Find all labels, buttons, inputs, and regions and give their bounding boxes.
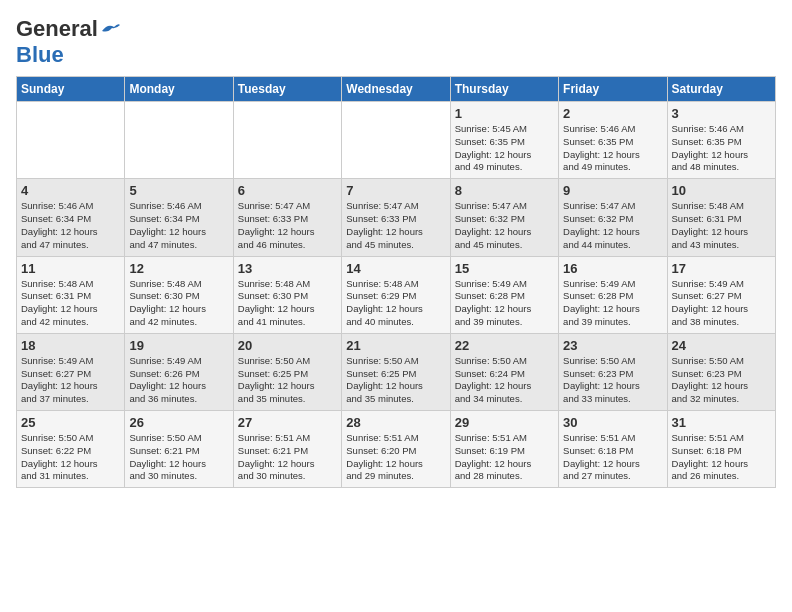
header-day-monday: Monday — [125, 77, 233, 102]
calendar-table: SundayMondayTuesdayWednesdayThursdayFrid… — [16, 76, 776, 488]
day-detail: Sunrise: 5:49 AM Sunset: 6:27 PM Dayligh… — [21, 355, 120, 406]
day-detail: Sunrise: 5:48 AM Sunset: 6:29 PM Dayligh… — [346, 278, 445, 329]
day-detail: Sunrise: 5:46 AM Sunset: 6:34 PM Dayligh… — [21, 200, 120, 251]
day-detail: Sunrise: 5:51 AM Sunset: 6:18 PM Dayligh… — [672, 432, 771, 483]
calendar-cell — [125, 102, 233, 179]
day-number: 16 — [563, 261, 662, 276]
day-number: 18 — [21, 338, 120, 353]
calendar-cell: 27Sunrise: 5:51 AM Sunset: 6:21 PM Dayli… — [233, 411, 341, 488]
day-number: 15 — [455, 261, 554, 276]
calendar-body: 1Sunrise: 5:45 AM Sunset: 6:35 PM Daylig… — [17, 102, 776, 488]
logo-bird-icon — [100, 21, 122, 39]
calendar-cell: 31Sunrise: 5:51 AM Sunset: 6:18 PM Dayli… — [667, 411, 775, 488]
day-number: 10 — [672, 183, 771, 198]
header-row: SundayMondayTuesdayWednesdayThursdayFrid… — [17, 77, 776, 102]
calendar-cell: 15Sunrise: 5:49 AM Sunset: 6:28 PM Dayli… — [450, 256, 558, 333]
day-number: 9 — [563, 183, 662, 198]
day-number: 11 — [21, 261, 120, 276]
calendar-cell: 17Sunrise: 5:49 AM Sunset: 6:27 PM Dayli… — [667, 256, 775, 333]
day-detail: Sunrise: 5:46 AM Sunset: 6:35 PM Dayligh… — [672, 123, 771, 174]
day-detail: Sunrise: 5:50 AM Sunset: 6:25 PM Dayligh… — [346, 355, 445, 406]
calendar-cell: 26Sunrise: 5:50 AM Sunset: 6:21 PM Dayli… — [125, 411, 233, 488]
header-day-wednesday: Wednesday — [342, 77, 450, 102]
header-day-saturday: Saturday — [667, 77, 775, 102]
calendar-cell: 22Sunrise: 5:50 AM Sunset: 6:24 PM Dayli… — [450, 333, 558, 410]
day-number: 23 — [563, 338, 662, 353]
day-detail: Sunrise: 5:46 AM Sunset: 6:35 PM Dayligh… — [563, 123, 662, 174]
day-detail: Sunrise: 5:49 AM Sunset: 6:26 PM Dayligh… — [129, 355, 228, 406]
day-detail: Sunrise: 5:48 AM Sunset: 6:30 PM Dayligh… — [238, 278, 337, 329]
calendar-cell: 23Sunrise: 5:50 AM Sunset: 6:23 PM Dayli… — [559, 333, 667, 410]
day-number: 8 — [455, 183, 554, 198]
calendar-cell: 7Sunrise: 5:47 AM Sunset: 6:33 PM Daylig… — [342, 179, 450, 256]
calendar-cell: 19Sunrise: 5:49 AM Sunset: 6:26 PM Dayli… — [125, 333, 233, 410]
day-number: 31 — [672, 415, 771, 430]
calendar-cell: 20Sunrise: 5:50 AM Sunset: 6:25 PM Dayli… — [233, 333, 341, 410]
day-detail: Sunrise: 5:47 AM Sunset: 6:33 PM Dayligh… — [346, 200, 445, 251]
day-number: 21 — [346, 338, 445, 353]
day-number: 30 — [563, 415, 662, 430]
day-detail: Sunrise: 5:46 AM Sunset: 6:34 PM Dayligh… — [129, 200, 228, 251]
calendar-cell: 25Sunrise: 5:50 AM Sunset: 6:22 PM Dayli… — [17, 411, 125, 488]
calendar-cell — [17, 102, 125, 179]
day-number: 24 — [672, 338, 771, 353]
header-day-friday: Friday — [559, 77, 667, 102]
day-detail: Sunrise: 5:48 AM Sunset: 6:31 PM Dayligh… — [672, 200, 771, 251]
calendar-cell — [233, 102, 341, 179]
calendar-cell: 9Sunrise: 5:47 AM Sunset: 6:32 PM Daylig… — [559, 179, 667, 256]
day-number: 28 — [346, 415, 445, 430]
day-detail: Sunrise: 5:50 AM Sunset: 6:25 PM Dayligh… — [238, 355, 337, 406]
day-detail: Sunrise: 5:45 AM Sunset: 6:35 PM Dayligh… — [455, 123, 554, 174]
day-number: 1 — [455, 106, 554, 121]
day-number: 29 — [455, 415, 554, 430]
day-detail: Sunrise: 5:51 AM Sunset: 6:20 PM Dayligh… — [346, 432, 445, 483]
calendar-cell: 16Sunrise: 5:49 AM Sunset: 6:28 PM Dayli… — [559, 256, 667, 333]
day-number: 12 — [129, 261, 228, 276]
header-day-thursday: Thursday — [450, 77, 558, 102]
calendar-cell: 28Sunrise: 5:51 AM Sunset: 6:20 PM Dayli… — [342, 411, 450, 488]
day-number: 22 — [455, 338, 554, 353]
calendar-cell: 5Sunrise: 5:46 AM Sunset: 6:34 PM Daylig… — [125, 179, 233, 256]
calendar-cell: 10Sunrise: 5:48 AM Sunset: 6:31 PM Dayli… — [667, 179, 775, 256]
page-header: General Blue — [16, 16, 776, 68]
calendar-cell: 4Sunrise: 5:46 AM Sunset: 6:34 PM Daylig… — [17, 179, 125, 256]
logo-blue: Blue — [16, 42, 64, 68]
calendar-cell: 30Sunrise: 5:51 AM Sunset: 6:18 PM Dayli… — [559, 411, 667, 488]
day-detail: Sunrise: 5:49 AM Sunset: 6:28 PM Dayligh… — [563, 278, 662, 329]
calendar-cell: 3Sunrise: 5:46 AM Sunset: 6:35 PM Daylig… — [667, 102, 775, 179]
calendar-cell: 1Sunrise: 5:45 AM Sunset: 6:35 PM Daylig… — [450, 102, 558, 179]
calendar-cell: 12Sunrise: 5:48 AM Sunset: 6:30 PM Dayli… — [125, 256, 233, 333]
day-number: 17 — [672, 261, 771, 276]
day-detail: Sunrise: 5:48 AM Sunset: 6:31 PM Dayligh… — [21, 278, 120, 329]
day-number: 26 — [129, 415, 228, 430]
day-number: 14 — [346, 261, 445, 276]
day-detail: Sunrise: 5:49 AM Sunset: 6:28 PM Dayligh… — [455, 278, 554, 329]
calendar-week-4: 18Sunrise: 5:49 AM Sunset: 6:27 PM Dayli… — [17, 333, 776, 410]
header-day-tuesday: Tuesday — [233, 77, 341, 102]
calendar-week-1: 1Sunrise: 5:45 AM Sunset: 6:35 PM Daylig… — [17, 102, 776, 179]
day-detail: Sunrise: 5:50 AM Sunset: 6:22 PM Dayligh… — [21, 432, 120, 483]
calendar-cell: 21Sunrise: 5:50 AM Sunset: 6:25 PM Dayli… — [342, 333, 450, 410]
calendar-cell: 18Sunrise: 5:49 AM Sunset: 6:27 PM Dayli… — [17, 333, 125, 410]
day-detail: Sunrise: 5:51 AM Sunset: 6:21 PM Dayligh… — [238, 432, 337, 483]
header-day-sunday: Sunday — [17, 77, 125, 102]
calendar-cell: 24Sunrise: 5:50 AM Sunset: 6:23 PM Dayli… — [667, 333, 775, 410]
calendar-cell: 11Sunrise: 5:48 AM Sunset: 6:31 PM Dayli… — [17, 256, 125, 333]
day-detail: Sunrise: 5:49 AM Sunset: 6:27 PM Dayligh… — [672, 278, 771, 329]
day-number: 4 — [21, 183, 120, 198]
calendar-cell: 14Sunrise: 5:48 AM Sunset: 6:29 PM Dayli… — [342, 256, 450, 333]
day-number: 6 — [238, 183, 337, 198]
day-number: 3 — [672, 106, 771, 121]
calendar-cell: 13Sunrise: 5:48 AM Sunset: 6:30 PM Dayli… — [233, 256, 341, 333]
day-detail: Sunrise: 5:47 AM Sunset: 6:33 PM Dayligh… — [238, 200, 337, 251]
day-detail: Sunrise: 5:50 AM Sunset: 6:23 PM Dayligh… — [672, 355, 771, 406]
day-detail: Sunrise: 5:47 AM Sunset: 6:32 PM Dayligh… — [455, 200, 554, 251]
calendar-week-5: 25Sunrise: 5:50 AM Sunset: 6:22 PM Dayli… — [17, 411, 776, 488]
calendar-cell: 6Sunrise: 5:47 AM Sunset: 6:33 PM Daylig… — [233, 179, 341, 256]
calendar-cell: 2Sunrise: 5:46 AM Sunset: 6:35 PM Daylig… — [559, 102, 667, 179]
logo-general: General — [16, 16, 98, 42]
calendar-week-3: 11Sunrise: 5:48 AM Sunset: 6:31 PM Dayli… — [17, 256, 776, 333]
day-number: 25 — [21, 415, 120, 430]
day-number: 20 — [238, 338, 337, 353]
calendar-cell: 29Sunrise: 5:51 AM Sunset: 6:19 PM Dayli… — [450, 411, 558, 488]
